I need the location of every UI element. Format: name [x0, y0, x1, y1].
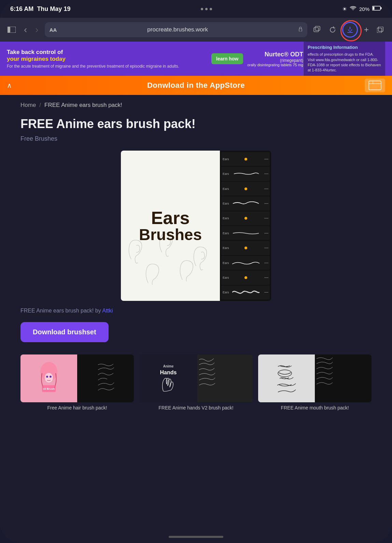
download-button[interactable]	[342, 22, 358, 38]
brush-subtitle-text: Brushes	[139, 227, 202, 242]
ipad-screen: 6:16 AM Thu May 19 ☀	[0, 0, 392, 543]
related-thumb: Anime Hands	[139, 354, 253, 402]
brush-pack-image: Ears Brushes Ears Ears	[121, 151, 271, 301]
ad-right-panel: Prescribing Information effects of presc…	[303, 42, 385, 76]
dot-2	[205, 8, 208, 10]
related-item[interactable]: FREE Anime mouth brush pack!	[258, 354, 372, 410]
brush-row: Ears	[221, 286, 270, 300]
svg-rect-8	[377, 28, 382, 33]
ad-subtitle: For the acute treatment of migraine and …	[7, 64, 207, 69]
related-thumb-right	[315, 354, 372, 402]
brush-list-panel: Ears Ears Ears	[220, 151, 271, 301]
url-text: procreate.brushes.work	[59, 26, 296, 33]
related-label: FREE Anime hands V2 brush pack!	[139, 405, 253, 410]
svg-text:10 Brush: 10 Brush	[43, 387, 55, 390]
brush-dash	[264, 263, 268, 263]
svg-point-16	[50, 376, 52, 378]
battery-icon	[372, 6, 382, 12]
ad-drug-info: Nurtec® ODT (rimegepant) orally disinteg…	[247, 51, 303, 67]
new-tab-button[interactable]: +	[362, 23, 371, 37]
brush-row: Ears	[221, 167, 270, 181]
related-thumb-left: 10 Brush	[20, 354, 77, 402]
appstore-logo	[365, 79, 385, 92]
status-right: ☀ 20%	[342, 6, 382, 12]
brush-dash	[264, 173, 268, 174]
ad-banner: Take back control of your migraines toda…	[0, 42, 392, 76]
breadcrumb-current: FREE Anime ears brush pack!	[44, 102, 122, 109]
svg-rect-5	[299, 29, 302, 31]
ad-headline: Take back control of your migraines toda…	[7, 49, 207, 62]
related-thumb	[258, 354, 372, 402]
brightness-icon: ☀	[342, 6, 347, 12]
brush-row: Ears	[221, 241, 270, 255]
brush-dot	[244, 276, 247, 279]
attribution: FREE Anime ears brush pack! by Attki	[20, 308, 372, 314]
brush-row: Ears	[221, 182, 270, 196]
related-label: Free Anime hair brush pack!	[20, 405, 134, 410]
ad-content-left: Take back control of your migraines toda…	[7, 49, 207, 69]
refresh-button[interactable]	[327, 24, 338, 35]
dot-1	[201, 8, 203, 10]
address-bar[interactable]: AA procreate.brushes.work	[45, 22, 307, 37]
svg-rect-6	[314, 28, 319, 32]
related-item[interactable]: 10 Brush	[20, 354, 134, 410]
download-brushset-button[interactable]: Download brushset	[20, 322, 109, 342]
brush-dot	[244, 217, 247, 220]
brush-row: Ears	[221, 211, 270, 225]
aa-button[interactable]: AA	[50, 27, 57, 33]
browser-toolbar: ‹ › AA procreate.brushes.work	[0, 18, 392, 42]
brush-row: Ears	[221, 152, 270, 166]
svg-point-15	[46, 376, 48, 378]
brush-dash	[264, 203, 268, 204]
author-link[interactable]: Attki	[102, 308, 113, 314]
related-items-grid: 10 Brush	[20, 354, 372, 410]
status-bar: 6:16 AM Thu May 19 ☀	[0, 0, 392, 18]
ipad-frame: 6:16 AM Thu May 19 ☀	[0, 0, 392, 543]
ad-learn-button[interactable]: learn how	[211, 53, 243, 64]
breadcrumb: Home / FREE Anime ears brush pack!	[20, 102, 372, 109]
brush-pack-cover: Ears Brushes	[121, 151, 220, 301]
wifi-icon	[350, 6, 356, 12]
brush-dot	[244, 158, 247, 161]
brush-dot	[244, 187, 247, 190]
sidebar-toggle-button[interactable]	[5, 25, 18, 35]
breadcrumb-home-link[interactable]: Home	[20, 102, 36, 109]
status-time: 6:16 AM Thu May 19	[10, 5, 70, 13]
brush-row: Ears	[221, 256, 270, 270]
home-bar	[169, 536, 223, 538]
brush-row: Ears	[221, 196, 270, 210]
home-indicator	[0, 531, 392, 543]
main-content: Home / FREE Anime ears brush pack! FREE …	[0, 95, 392, 531]
appstore-chevron-icon: ∧	[7, 81, 12, 89]
brush-title-text: Ears	[139, 209, 202, 227]
lock-icon	[298, 27, 303, 33]
brush-dash	[264, 189, 268, 189]
status-center	[201, 8, 212, 10]
related-item[interactable]: Anime Hands	[139, 354, 253, 410]
appstore-banner[interactable]: ∧ Donwload in the AppStore	[0, 76, 392, 95]
share-button[interactable]	[311, 24, 323, 36]
brush-row: Ears	[221, 270, 270, 284]
related-thumb: 10 Brush	[20, 354, 134, 402]
brush-dash	[264, 292, 268, 293]
appstore-text: Donwload in the AppStore	[147, 81, 245, 90]
dot-3	[210, 8, 212, 10]
tabs-overview-button[interactable]	[375, 25, 387, 35]
svg-rect-1	[381, 7, 382, 9]
forward-button[interactable]: ›	[33, 22, 40, 37]
brush-dash	[264, 248, 268, 248]
svg-rect-2	[373, 7, 375, 10]
related-thumb-left	[258, 354, 315, 402]
svg-rect-9	[378, 27, 383, 31]
brush-dash	[264, 159, 268, 159]
related-label: FREE Anime mouth brush pack!	[258, 405, 372, 410]
battery-level: 20%	[359, 6, 369, 12]
brush-dash	[264, 233, 268, 234]
brush-dash	[264, 277, 268, 278]
brush-dot	[244, 247, 247, 249]
page-title: FREE Anime ears brush pack!	[20, 117, 372, 131]
related-thumb-right	[77, 354, 134, 402]
brush-row: Ears	[221, 226, 270, 240]
back-button[interactable]: ‹	[22, 22, 29, 37]
svg-rect-4	[8, 27, 10, 33]
